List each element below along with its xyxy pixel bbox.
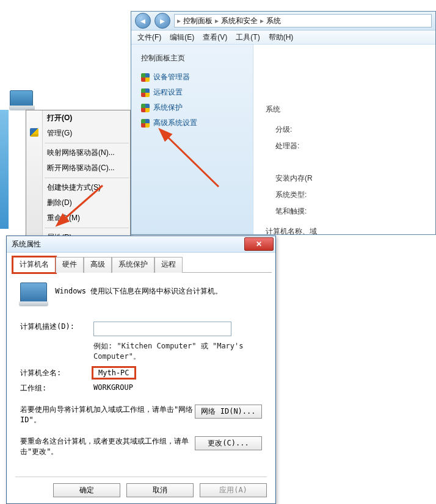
menu-file[interactable]: 文件(F): [137, 32, 161, 43]
tab-remote[interactable]: 远程: [154, 257, 183, 273]
network-id-button[interactable]: 网络 ID(N)...: [195, 405, 262, 419]
cp-main: 系统 分级: 处理器: 安装内存(R 系统类型: 笔和触摸: 计算机名称、域 计…: [253, 45, 435, 235]
tab-system-protection[interactable]: 系统保护: [112, 257, 154, 273]
menu-map-drive[interactable]: 映射网络驱动器(N)...: [26, 145, 130, 160]
link-device-manager[interactable]: 设备管理器: [141, 72, 243, 82]
cp-titlebar: ◄ ► ▸ 控制面板 ▸ 系统和安全 ▸ 系统: [131, 12, 435, 31]
intro-text: Windows 使用以下信息在网络中标识这台计算机。: [55, 283, 222, 297]
cp-sidebar: 控制面板主页 设备管理器 远程设置 系统保护 高级系统设置: [131, 45, 253, 235]
context-menu: 打开(O) 管理(G) 映射网络驱动器(N)... 断开网络驱动器(C)... …: [26, 110, 131, 246]
ok-button[interactable]: 确定: [53, 483, 120, 497]
cp-menubar: 文件(F) 编辑(E) 查看(V) 工具(T) 帮助(H): [131, 31, 435, 45]
label-pen-touch: 笔和触摸:: [275, 206, 429, 217]
cancel-button[interactable]: 取消: [126, 483, 194, 497]
label-processor: 处理器:: [275, 141, 429, 151]
menu-disconnect-drive[interactable]: 断开网络驱动器(C)...: [26, 160, 130, 176]
cp-sidebar-title: 控制面板主页: [141, 53, 243, 63]
shield-icon: [141, 104, 150, 112]
input-description[interactable]: [93, 322, 231, 336]
tab-advanced[interactable]: 高级: [84, 257, 112, 273]
close-button[interactable]: ✕: [244, 237, 274, 251]
label-workgroup: 工作组:: [20, 383, 93, 394]
menu-create-shortcut[interactable]: 创建快捷方式(S): [26, 180, 130, 195]
shield-icon: [141, 119, 150, 128]
breadcrumb-item[interactable]: 系统和安全: [221, 16, 258, 26]
desktop-strip: [0, 110, 9, 229]
breadcrumb-sep: ▸: [177, 16, 181, 25]
link-label: 高级系统设置: [153, 118, 197, 128]
rename-text: 要重命名这台计算机，或者更改其域或工作组，请单击"更改"。: [20, 436, 203, 457]
value-workgroup: WORKGROUP: [93, 383, 133, 392]
value-fullname: Myth-PC: [93, 368, 134, 378]
breadcrumb-item[interactable]: 控制面板: [183, 16, 213, 26]
menu-manage[interactable]: 管理(G): [26, 126, 130, 141]
system-properties-dialog: 系统属性 ✕ 计算机名 硬件 高级 系统保护 远程 Windows 使用以下信息…: [6, 236, 276, 504]
close-icon: ✕: [256, 240, 262, 248]
label-memory: 安装内存(R: [275, 173, 429, 184]
label-category: 分级:: [275, 124, 429, 135]
menu-open[interactable]: 打开(O): [26, 110, 130, 126]
menu-separator: [45, 178, 129, 178]
link-label: 远程设置: [153, 87, 183, 98]
menu-separator: [45, 143, 129, 143]
breadcrumb-sep: ▸: [215, 16, 219, 25]
address-bar[interactable]: ▸ 控制面板 ▸ 系统和安全 ▸ 系统: [174, 14, 432, 27]
label-fullname: 计算机全名:: [20, 368, 93, 378]
tab-pane: Windows 使用以下信息在网络中标识这台计算机。 计算机描述(D): 例如:…: [10, 273, 272, 468]
wizard-text: 若要使用向导将计算机加入域或工作组，请单击"网络 ID"。: [20, 405, 203, 425]
breadcrumb-item[interactable]: 系统: [266, 16, 281, 26]
link-advanced-settings[interactable]: 高级系统设置: [141, 118, 243, 128]
label-systype: 系统类型:: [275, 190, 429, 200]
nav-back-button[interactable]: ◄: [135, 13, 151, 29]
link-label: 设备管理器: [153, 72, 190, 82]
menu-rename[interactable]: 重命名(M): [26, 211, 130, 226]
tab-hardware[interactable]: 硬件: [56, 257, 84, 273]
computer-icon: [20, 283, 47, 304]
change-button[interactable]: 更改(C)...: [195, 436, 262, 450]
menu-manage-label: 管理(G): [47, 129, 72, 137]
link-system-protection[interactable]: 系统保护: [141, 103, 243, 113]
menu-delete[interactable]: 删除(D): [26, 195, 130, 211]
computer-desktop-icon[interactable]: [10, 90, 33, 110]
apply-button[interactable]: 应用(A): [200, 483, 267, 497]
dialog-button-row: 确定 取消 应用(A): [15, 477, 267, 497]
menu-tools[interactable]: 工具(T): [236, 32, 260, 43]
section-computer-name: 计算机名称、域: [266, 226, 429, 235]
breadcrumb-sep: ▸: [260, 16, 264, 25]
menu-edit[interactable]: 编辑(E): [170, 32, 194, 43]
menu-separator: [45, 228, 129, 228]
tabstrip: 计算机名 硬件 高级 系统保护 远程: [13, 256, 272, 273]
label-description: 计算机描述(D):: [20, 322, 93, 332]
nav-forward-button[interactable]: ►: [154, 13, 170, 29]
shield-icon: [141, 88, 150, 97]
link-label: 系统保护: [153, 103, 183, 113]
tab-computer-name[interactable]: 计算机名: [13, 257, 56, 273]
menu-help[interactable]: 帮助(H): [269, 32, 294, 43]
control-panel-window: ◄ ► ▸ 控制面板 ▸ 系统和安全 ▸ 系统 文件(F) 编辑(E) 查看(V…: [131, 11, 436, 235]
dialog-title: 系统属性: [12, 239, 41, 250]
section-system: 系统: [266, 104, 429, 115]
sys-titlebar: 系统属性 ✕: [7, 236, 275, 253]
shield-icon: [30, 128, 38, 137]
example-text: 例如: "Kitchen Computer" 或 "Mary's Compute…: [93, 341, 262, 362]
menu-view[interactable]: 查看(V): [203, 32, 227, 43]
shield-icon: [141, 73, 150, 82]
link-remote-settings[interactable]: 远程设置: [141, 87, 243, 98]
